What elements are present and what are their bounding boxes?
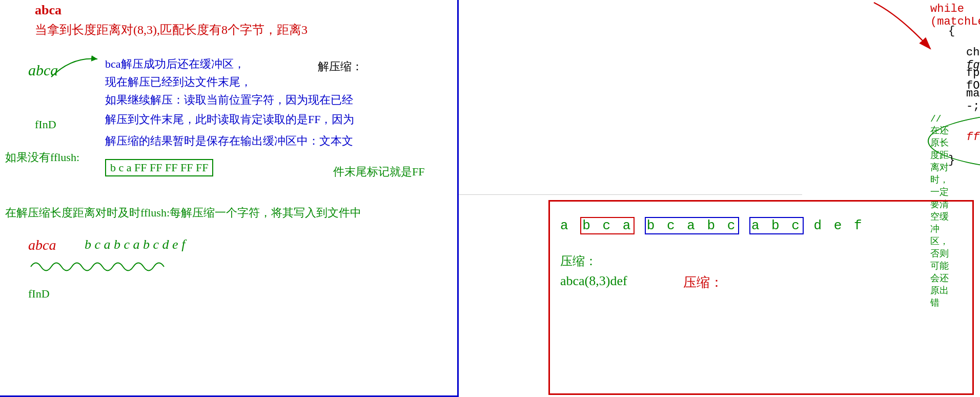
compress-result: abca(8,3)def — [560, 273, 627, 289]
blue-box-bcabc: b c a b c — [645, 217, 739, 234]
abca-top: abca — [35, 3, 62, 18]
blue-line2: 现在解压已经到达文件末尾， — [105, 74, 353, 90]
wavy-line — [28, 256, 172, 272]
blue-line1: bca解压成功后还在缓冲区， — [105, 56, 353, 72]
nofflush-label: 如果没有fflush: — [5, 150, 79, 165]
brace-close: } — [948, 154, 955, 167]
blue-box-abc: a b c — [749, 217, 804, 234]
matchlen-line: matchLen--; — [966, 87, 980, 113]
green-box-text: b c a FF FF FF FF FF — [105, 159, 213, 176]
flnd-label2: fInD — [28, 287, 50, 301]
blue-text-block: bca解压成功后还在缓冲区， 现在解压已经到达文件末尾， 如果继续解压：读取当前… — [105, 56, 353, 108]
fflush-line: fflush(fOut); — [966, 131, 980, 144]
brace-open: { — [948, 25, 955, 37]
compress-label1: 压缩： — [560, 253, 597, 269]
hand-seq-green: b c a b c a b c d e f — [85, 237, 185, 252]
file-end-label: 件末尾标记就是FF — [333, 164, 424, 180]
right-box: a b c a b c a b c a b c d e f 压缩： abca(8… — [548, 200, 974, 395]
compress-label2: 压缩： — [683, 273, 723, 291]
blue-line5: 解压缩的结果暂时是保存在输出缓冲区中：文本文 — [105, 133, 353, 149]
decompress-label: 解压缩： — [318, 59, 363, 74]
red-explanation: 当拿到长度距离对(8,3),匹配长度有8个字节，距离3 — [35, 22, 308, 38]
blue-line4: 解压到文件末尾，此时读取肯定读取的是FF，因为 — [105, 112, 354, 127]
arrow-decoration — [41, 51, 103, 82]
main-panel: abca 当拿到长度距离对(8,3),匹配长度有8个字节，距离3 abca bc… — [0, 0, 459, 397]
code-panel: while (matchLen) { ch = fgetc(fR); fputc… — [459, 0, 802, 195]
hand-seq-top: abca — [28, 237, 56, 253]
blue-line3: 如果继续解压：读取当前位置字符，因为现在已经 — [105, 92, 353, 108]
red-arrow — [859, 0, 941, 62]
red-box-bca: b c a — [580, 217, 635, 234]
flnd-label1: fInD — [35, 118, 56, 131]
sequence-line: a b c a b c a b c a b c d e f — [560, 217, 864, 234]
bottom-main-text: 在解压缩长度距离对时及时fflush:每解压缩一个字符，将其写入到文件中 — [5, 205, 361, 221]
